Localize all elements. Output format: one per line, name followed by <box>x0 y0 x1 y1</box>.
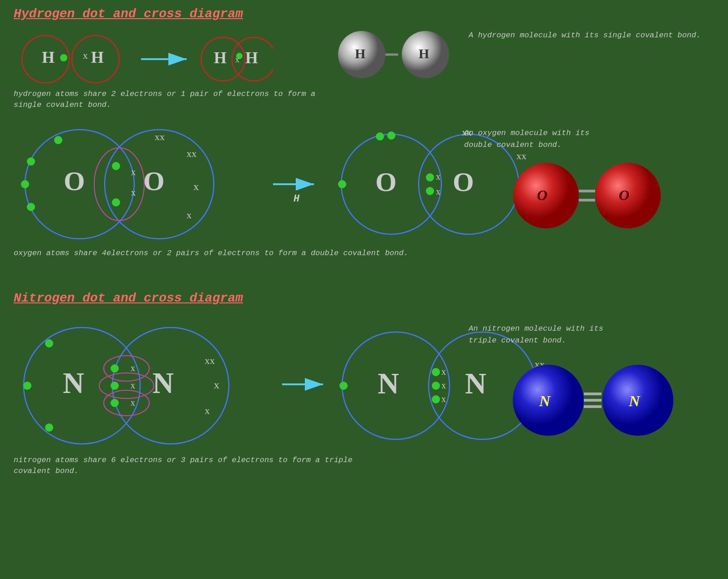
hydrogen-title: Hydrogen dot and cross diagram <box>14 7 243 21</box>
nitrogen-arrow <box>278 373 332 396</box>
oxygen-dot-cross-svg: O O xx x x x x xx <box>9 123 282 250</box>
svg-point-30 <box>112 198 120 206</box>
svg-text:x: x <box>131 380 135 390</box>
svg-text:x: x <box>441 380 446 390</box>
hydrogen-dot-cross-svg: H H x H H x <box>9 25 273 98</box>
svg-text:O: O <box>64 166 85 196</box>
hydrogen-3d-model: H H <box>332 27 460 82</box>
svg-point-69 <box>45 423 53 432</box>
svg-text:H: H <box>355 46 365 61</box>
svg-point-86 <box>432 382 440 390</box>
svg-point-70 <box>111 364 119 373</box>
svg-point-63 <box>99 373 154 398</box>
svg-text:O: O <box>375 167 397 197</box>
svg-point-26 <box>21 180 29 188</box>
svg-text:N: N <box>628 393 641 409</box>
svg-point-52 <box>338 180 346 188</box>
svg-text:x: x <box>441 367 446 377</box>
page-container: Hydrogen dot and cross diagram H H x H H… <box>0 0 728 579</box>
svg-text:N: N <box>63 367 84 399</box>
svg-point-3 <box>60 54 67 61</box>
svg-text:H: H <box>42 48 55 66</box>
svg-text:x: x <box>205 405 210 416</box>
svg-text:O: O <box>143 166 165 196</box>
svg-text:H: H <box>214 49 227 67</box>
nitrogen-side-desc: An nitrogen molecule with its triple cov… <box>469 323 623 346</box>
svg-point-85 <box>432 368 440 376</box>
nitrogen-3d-model: N N <box>510 355 682 446</box>
svg-point-67 <box>23 382 31 390</box>
svg-text:H: H <box>91 48 104 66</box>
svg-point-44 <box>426 187 434 195</box>
oxygen-side-desc: An oxygen molecule with its double coval… <box>464 127 601 151</box>
svg-text:xx: xx <box>205 355 215 366</box>
svg-text:x: x <box>187 209 192 221</box>
svg-point-25 <box>27 157 35 166</box>
nitrogen-caption: nitrogen atoms share 6 electrons or 3 pa… <box>14 455 387 477</box>
nitrogen-title: Nitrogen dot and cross diagram <box>14 291 243 305</box>
svg-point-72 <box>111 399 119 407</box>
svg-text:O: O <box>537 187 547 203</box>
svg-text:x: x <box>83 50 88 61</box>
svg-text:H: H <box>245 49 258 67</box>
oxygen-caption: oxygen atoms share 4electrons or 2 pairs… <box>14 248 414 259</box>
svg-text:x: x <box>436 186 440 196</box>
svg-point-68 <box>45 339 53 347</box>
svg-text:x: x <box>436 171 440 181</box>
svg-text:N: N <box>152 367 174 399</box>
svg-point-50 <box>387 131 395 140</box>
svg-text:x: x <box>131 167 136 177</box>
oxygen-h-label: H <box>293 193 299 205</box>
svg-text:O: O <box>453 167 474 197</box>
svg-text:x: x <box>193 181 199 192</box>
svg-point-71 <box>111 382 119 390</box>
nitrogen-dot-cross-svg: N N x x x xx x x <box>9 318 291 455</box>
hydrogen-side-desc: A hydrogen molecule with its single cova… <box>469 30 701 41</box>
oxygen-arrow <box>268 173 323 196</box>
oxygen-3d-model: O O <box>510 155 664 237</box>
hydrogen-caption: hydrogen atoms share 2 electrons or 1 pa… <box>14 89 323 111</box>
svg-point-49 <box>376 132 384 141</box>
svg-point-29 <box>112 162 120 170</box>
svg-text:x: x <box>214 379 219 391</box>
svg-text:O: O <box>619 187 629 203</box>
svg-point-28 <box>54 136 62 144</box>
svg-point-93 <box>339 382 348 390</box>
svg-text:xx: xx <box>187 148 197 159</box>
svg-text:N: N <box>465 367 486 400</box>
svg-text:N: N <box>378 367 399 400</box>
svg-text:xx: xx <box>155 131 165 142</box>
svg-text:x: x <box>131 398 135 408</box>
svg-point-27 <box>27 203 35 211</box>
svg-text:x: x <box>131 363 135 373</box>
svg-point-22 <box>94 148 144 221</box>
svg-text:H: H <box>419 46 429 61</box>
svg-text:x: x <box>441 394 446 404</box>
svg-text:x: x <box>235 55 239 64</box>
svg-point-43 <box>426 173 434 181</box>
svg-text:x: x <box>131 187 136 197</box>
svg-text:N: N <box>539 393 551 409</box>
svg-point-87 <box>432 395 440 403</box>
